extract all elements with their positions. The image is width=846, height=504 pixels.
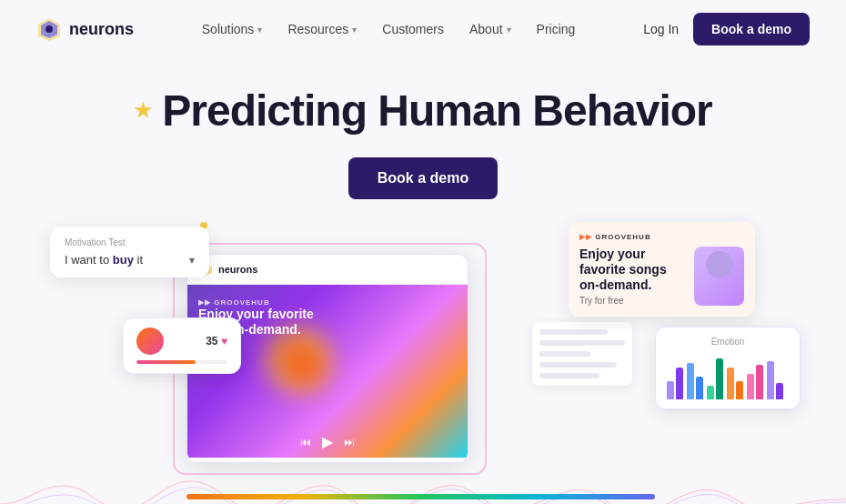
hero-section: ★ Predicting Human Behavior Book a demo: [0, 58, 846, 217]
chevron-down-icon: ▾: [507, 25, 511, 35]
groovehub-row: Enjoy your favorite songs on-demand. Try…: [579, 247, 744, 306]
hero-title: ★ Predicting Human Behavior: [0, 86, 846, 136]
emotion-bar-group: [747, 365, 763, 399]
profile-row: 35 ♥: [136, 328, 227, 355]
motivation-label: Motivation Test: [65, 237, 195, 247]
emotion-bar-group: [767, 361, 783, 399]
header-book-demo-button[interactable]: Book a demo: [693, 13, 810, 45]
groovehub-text: Enjoy your favorite songs on-demand. Try…: [579, 247, 687, 306]
emotion-card: Emotion: [655, 327, 801, 409]
groovehub-headline: Enjoy your favorite songs on-demand.: [579, 247, 687, 292]
emotion-bar: [776, 383, 783, 399]
emotion-bar: [707, 386, 714, 399]
content-line: [539, 362, 617, 368]
emotion-bar: [756, 365, 763, 399]
svg-point-2: [45, 25, 53, 33]
emotion-bar-group: [707, 358, 723, 399]
nav-links: Solutions ▾ Resources ▾ Customers About …: [202, 22, 576, 36]
content-line: [539, 329, 608, 335]
emotion-bar: [696, 377, 703, 399]
play-icon[interactable]: ▶: [322, 433, 333, 450]
content-line: [539, 373, 599, 378]
groovehub-brand: ▶▶ GROOVEHUB: [579, 233, 744, 241]
groovehub-brand-small: ▶▶ GROOVEHUB: [198, 298, 314, 307]
content-line: [539, 340, 625, 346]
content-lines-card: [532, 322, 632, 386]
emotion-bars: [667, 354, 789, 399]
next-icon[interactable]: ⏭: [344, 436, 355, 449]
logo[interactable]: neurons: [36, 16, 134, 42]
groovehub-card: ▶▶ GROOVEHUB Enjoy your favorite songs o…: [569, 222, 755, 317]
music-controls: ⏮ ▶ ⏭: [300, 433, 355, 450]
resources-nav[interactable]: Resources ▾: [287, 22, 357, 36]
motivation-select[interactable]: I want to buy it ▾: [65, 253, 195, 267]
groovehub-cta[interactable]: Try for free: [579, 296, 687, 306]
customers-nav[interactable]: Customers: [382, 22, 444, 36]
bottom-color-bar: [186, 494, 655, 499]
emotion-bar: [687, 363, 694, 399]
emotion-bar-group: [687, 363, 703, 399]
emotion-bar: [767, 361, 774, 399]
prev-icon[interactable]: ⏮: [300, 436, 311, 449]
emotion-bar: [667, 381, 674, 399]
emotion-bar-group: [727, 368, 743, 399]
profile-score: 35 ♥: [206, 335, 227, 348]
hero-book-demo-button[interactable]: Book a demo: [348, 157, 498, 199]
motivation-card: Motivation Test I want to buy it ▾: [50, 227, 209, 277]
chevron-down-icon: ▾: [352, 25, 357, 35]
nav-actions: Log In Book a demo: [643, 13, 810, 45]
solutions-nav[interactable]: Solutions ▾: [202, 22, 263, 36]
motivation-text: I want to buy it: [65, 253, 143, 267]
dashboard-area: Motivation Test I want to buy it ▾ ☺ ☺ n…: [0, 217, 846, 504]
dashboard-brand: neurons: [218, 264, 257, 275]
profile-bar-fill: [136, 360, 196, 364]
pricing-nav[interactable]: Pricing: [537, 22, 576, 36]
neurons-logo-icon: [36, 16, 62, 42]
avatar: [136, 328, 164, 355]
chevron-down-icon: ▾: [189, 254, 195, 267]
groovehub-person-illustration: [694, 247, 744, 306]
profile-bar: [136, 360, 227, 364]
star-icon: ★: [134, 99, 151, 123]
emotion-bar: [727, 368, 734, 399]
hero-cta: Book a demo: [0, 157, 846, 199]
person-head: [706, 251, 733, 278]
emotion-bar: [716, 358, 723, 399]
dashboard-header: neurons: [187, 255, 468, 285]
emotion-bar: [736, 381, 743, 399]
emotion-title: Emotion: [667, 337, 789, 347]
login-button[interactable]: Log In: [643, 22, 679, 36]
profile-card: 35 ♥: [123, 318, 241, 374]
brand-name: neurons: [69, 20, 134, 39]
navbar: neurons Solutions ▾ Resources ▾ Customer…: [0, 0, 846, 58]
emotion-bar-group: [667, 368, 683, 399]
emotion-bar: [747, 374, 754, 399]
heart-icon: ♥: [221, 335, 227, 348]
content-line: [539, 351, 590, 357]
emotion-bar: [676, 368, 683, 399]
chevron-down-icon: ▾: [257, 25, 262, 35]
about-nav[interactable]: About ▾: [469, 22, 511, 36]
